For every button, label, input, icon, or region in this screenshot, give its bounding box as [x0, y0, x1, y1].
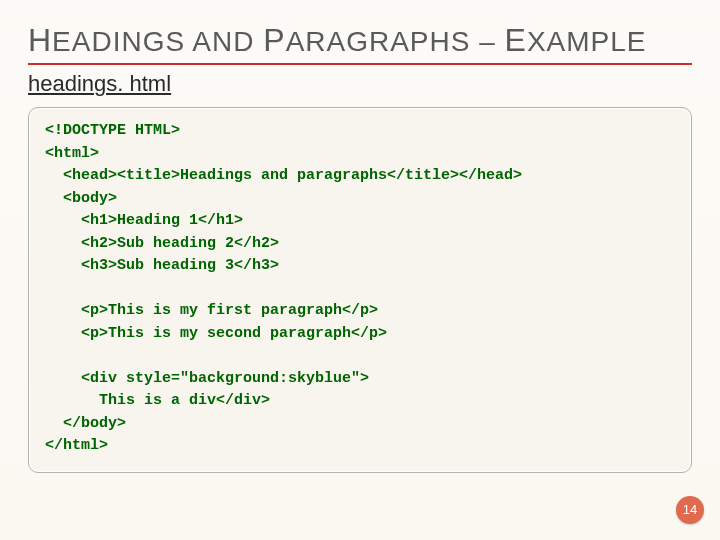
code-line: <p>This is my first paragraph</p>: [45, 302, 378, 319]
title-cap-h: H: [28, 22, 52, 58]
slide-title: HEADINGS AND PARAGRAPHS – EXAMPLE: [28, 22, 692, 65]
title-cap-p: P: [263, 22, 285, 58]
code-line: This is a div</div>: [45, 392, 270, 409]
code-line: </html>: [45, 437, 108, 454]
title-word-paragraphs: ARAGRAPHS –: [286, 26, 505, 57]
code-line: <h2>Sub heading 2</h2>: [45, 235, 279, 252]
code-box: <!DOCTYPE HTML> <html> <head><title>Head…: [28, 107, 692, 473]
code-line: <head><title>Headings and paragraphs</ti…: [45, 167, 522, 184]
code-line: </body>: [45, 415, 126, 432]
title-word-headings: EADINGS AND: [52, 26, 263, 57]
code-line: <h1>Heading 1</h1>: [45, 212, 243, 229]
title-cap-e: E: [505, 22, 527, 58]
title-word-example: XAMPLE: [527, 26, 647, 57]
code-block: <!DOCTYPE HTML> <html> <head><title>Head…: [45, 120, 675, 458]
code-line: <h3>Sub heading 3</h3>: [45, 257, 279, 274]
slide: HEADINGS AND PARAGRAPHS – EXAMPLE headin…: [0, 0, 720, 540]
code-line: <!DOCTYPE HTML>: [45, 122, 180, 139]
filename-label: headings. html: [28, 71, 692, 97]
code-line: <p>This is my second paragraph</p>: [45, 325, 387, 342]
code-line: <body>: [45, 190, 117, 207]
code-line: <html>: [45, 145, 99, 162]
page-number-badge: 14: [676, 496, 704, 524]
code-line: <div style="background:skyblue">: [45, 370, 369, 387]
